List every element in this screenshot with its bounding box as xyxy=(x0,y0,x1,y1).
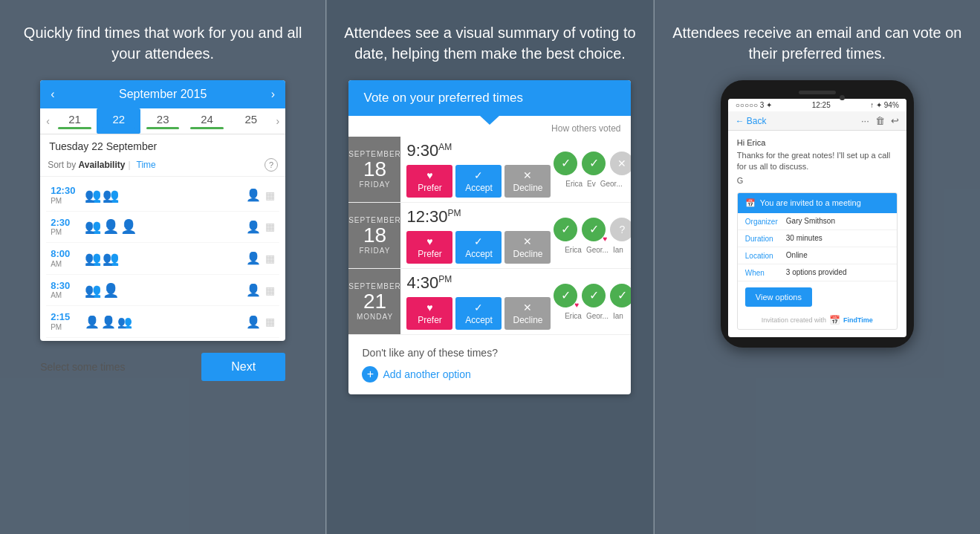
add-option-btn[interactable]: + Add another option xyxy=(362,366,617,382)
day-bar-23 xyxy=(146,127,179,129)
panel-email: Attendees receive an email and can vote … xyxy=(655,0,980,534)
time-slot-5[interactable]: 2:15PM 👤 👤 👥 👤 ▦ xyxy=(46,306,279,338)
reply-icon[interactable]: ↩ xyxy=(891,115,899,126)
calendar-month-year: September 2015 xyxy=(119,88,207,101)
cal-day-25[interactable]: 25 xyxy=(229,108,273,134)
select-times-label: Select some times xyxy=(40,361,125,373)
vote-row-3: SEPTEMBER 21 MONDAY 4:30PM ♥ Prefer ✓ Ac… xyxy=(348,269,631,335)
when-row: When 3 options provided xyxy=(738,264,897,281)
time-slot-3[interactable]: 8:00AM 👥 👥 👤 ▦ xyxy=(46,243,279,275)
day-bar-25 xyxy=(235,127,267,129)
time-slot-4[interactable]: 8:30AM 👥 👤 👤 ▦ xyxy=(46,275,279,307)
day-bar-21 xyxy=(58,127,91,129)
location-row: Location Online xyxy=(738,247,897,264)
meeting-card-header: 📅 You are invited to a meeting xyxy=(738,193,897,213)
vote-date-3: SEPTEMBER 21 MONDAY xyxy=(348,269,400,334)
voter-2-geor: ✓ ♥ xyxy=(582,218,606,241)
vote-widget: Vote on your preferred times How others … xyxy=(348,80,631,394)
duration-row: Duration 30 minutes xyxy=(738,230,897,247)
panel-vote: Attendees see a visual summary of voting… xyxy=(326,0,653,534)
vote-others-2: ✓ ✓ ♥ ? Erica Geor... Ian xyxy=(556,203,631,268)
no-times-text: Don't like any of these times? xyxy=(362,347,617,359)
cal-day-23[interactable]: 23 xyxy=(140,108,184,134)
voter-2-erica: ✓ xyxy=(554,218,577,241)
day-bar-22 xyxy=(103,127,135,129)
phone: ○○○○○ 3 ✦ 12:25 ↑ ✦ 94% ← Back ··· 🗑 ↩ xyxy=(721,80,914,348)
panel3-title: Attendees receive an email and can vote … xyxy=(669,22,965,64)
calendar-icon: 📅 xyxy=(745,198,756,208)
time-slot-1[interactable]: 12:30PM 👥 👥 👤 ▦ xyxy=(46,180,279,212)
cal-day-22[interactable]: 22 xyxy=(97,108,140,134)
next-button[interactable]: Next xyxy=(201,353,285,381)
cal-day-21[interactable]: 21 xyxy=(53,108,97,134)
vote-others-3: ✓ ♥ ✓ ✓ Erica Geor... Ian xyxy=(556,269,631,334)
accept-btn-3[interactable]: ✓ Accept xyxy=(455,297,502,330)
selected-date-label: Tuesday 22 September xyxy=(40,134,285,154)
time-slot-2[interactable]: 2:30PM 👥 👤 👤 👤 ▦ xyxy=(46,212,279,244)
vote-header: Vote on your preferred times xyxy=(348,80,631,116)
delete-icon[interactable]: 🗑 xyxy=(875,115,885,126)
organizer-row: Organizer Gary Smithson xyxy=(738,213,897,230)
panel1-title: Quickly find times that work for you and… xyxy=(15,22,311,64)
plus-icon: + xyxy=(362,366,378,382)
status-right: ↑ ✦ 94% xyxy=(870,101,899,109)
findtime-footer: Invitation created with 📅 FindTime xyxy=(738,311,897,329)
findtime-logo: 📅 xyxy=(829,315,840,325)
status-bar: ○○○○○ 3 ✦ 12:25 ↑ ✦ 94% xyxy=(728,99,906,111)
decline-btn-3[interactable]: ✕ Decline xyxy=(504,297,551,330)
voter-3-erica: ✓ ♥ xyxy=(554,284,577,307)
panel2-title: Attendees see a visual summary of voting… xyxy=(342,22,637,64)
help-icon[interactable]: ? xyxy=(265,158,278,172)
decline-btn-1[interactable]: ✕ Decline xyxy=(504,165,551,198)
calendar-header: ‹ September 2015 › xyxy=(40,80,285,108)
accept-btn-1[interactable]: ✓ Accept xyxy=(455,165,502,198)
voter-1-geor: ✕ xyxy=(610,152,631,175)
vote-time-1: 9:30AM xyxy=(406,141,551,160)
calendar-widget: ‹ September 2015 › ‹ 21 22 23 24 xyxy=(40,80,285,341)
accept-btn-2[interactable]: ✓ Accept xyxy=(455,231,502,264)
calendar-days-row: ‹ 21 22 23 24 25 › xyxy=(40,108,285,134)
email-greeting: Hi Erica xyxy=(737,138,898,147)
day-bar-24 xyxy=(190,127,223,129)
panel-find-times: Quickly find times that work for you and… xyxy=(0,0,325,534)
time-slots-list: 12:30PM 👥 👥 👤 ▦ 2:30PM 👥 👤 👤 xyxy=(40,177,285,341)
voter-2-ian: ? xyxy=(610,218,631,241)
vote-time-2: 12:30PM xyxy=(406,207,551,227)
email-body: Thanks for the great notes! I'll set up … xyxy=(737,150,898,173)
decline-btn-2[interactable]: ✕ Decline xyxy=(504,231,551,264)
vote-row-1: SEPTEMBER 18 FRIDAY 9:30AM ♥ Prefer ✓ Ac… xyxy=(348,137,631,203)
view-options-button[interactable]: View options xyxy=(745,287,812,307)
vote-others-1: ✓ ✓ ✕ Erica Ev Geor... xyxy=(556,137,631,202)
voter-1-ev: ✓ xyxy=(582,152,606,175)
cal-next-btn[interactable]: › xyxy=(271,88,275,101)
voter-3-geor: ✓ xyxy=(582,284,606,307)
cal-days-next[interactable]: › xyxy=(273,111,282,131)
back-button[interactable]: ← Back xyxy=(736,116,767,126)
status-left: ○○○○○ 3 ✦ xyxy=(736,101,772,109)
vote-date-2: SEPTEMBER 18 FRIDAY xyxy=(348,203,400,268)
cal-day-24[interactable]: 24 xyxy=(185,108,229,134)
cal-prev-btn[interactable]: ‹ xyxy=(51,88,54,101)
cal-days-prev[interactable]: ‹ xyxy=(43,111,53,131)
email-content: Hi Erica Thanks for the great notes! I'l… xyxy=(728,131,906,337)
prefer-btn-1[interactable]: ♥ Prefer xyxy=(406,165,452,198)
voter-3-ian: ✓ xyxy=(610,284,631,307)
email-signature: G xyxy=(737,176,898,185)
prefer-btn-3[interactable]: ♥ Prefer xyxy=(406,297,452,330)
voter-1-erica: ✓ xyxy=(554,152,577,175)
vote-date-1: SEPTEMBER 18 FRIDAY xyxy=(348,137,400,202)
phone-container: ○○○○○ 3 ✦ 12:25 ↑ ✦ 94% ← Back ··· 🗑 ↩ xyxy=(721,80,914,348)
phone-screen: ○○○○○ 3 ✦ 12:25 ↑ ✦ 94% ← Back ··· 🗑 ↩ xyxy=(728,99,906,337)
prefer-btn-2[interactable]: ♥ Prefer xyxy=(406,231,452,264)
vote-time-3: 4:30PM xyxy=(406,273,551,293)
meeting-card: 📅 You are invited to a meeting Organizer… xyxy=(737,192,898,330)
phone-nav-bar: ← Back ··· 🗑 ↩ xyxy=(728,111,906,131)
vote-row-2: SEPTEMBER 18 FRIDAY 12:30PM ♥ Prefer ✓ A… xyxy=(348,203,631,269)
phone-speaker xyxy=(799,91,836,94)
phone-camera xyxy=(840,95,845,100)
more-icon[interactable]: ··· xyxy=(861,115,869,126)
panel1-bottom: Select some times Next xyxy=(40,353,285,381)
status-time: 12:25 xyxy=(812,101,831,109)
vote-footer: Don't like any of these times? + Add ano… xyxy=(348,335,631,394)
sort-row: Sort by Availability | Time ? xyxy=(40,154,285,177)
